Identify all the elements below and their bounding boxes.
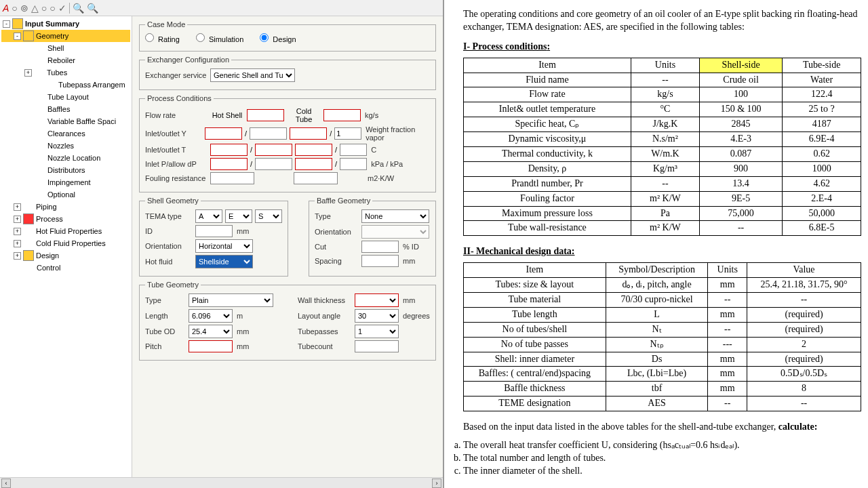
hot-fluid-select[interactable]: Shellside	[195, 255, 253, 268]
y-cold-in[interactable]	[290, 127, 327, 140]
tree-label: Tubes	[47, 68, 67, 77]
question-c: The inner diameter of the shell.	[463, 465, 861, 478]
baffle-geometry-group: Baffle Geometry Type None Orientation Cu…	[309, 197, 436, 277]
zoom-out-icon[interactable]: 🔍	[87, 3, 98, 14]
t-cold-out[interactable]	[340, 144, 367, 156]
radio-simulation[interactable]: Simulation	[196, 33, 243, 43]
tree-label: Design	[36, 251, 59, 260]
tree-item[interactable]: Reboiler	[1, 54, 130, 66]
shell-id-input[interactable]	[195, 225, 233, 237]
fouling-cold[interactable]	[294, 172, 338, 184]
expand-icon[interactable]: -	[3, 20, 10, 28]
tree-label: Reboiler	[47, 56, 75, 64]
tree-label: Baffles	[47, 105, 70, 113]
zoom-in-icon[interactable]: 🔍	[73, 3, 84, 14]
tree-label: Hot Fluid Properties	[36, 227, 102, 235]
tree-item[interactable]: Control	[1, 262, 130, 274]
flow-cold-input[interactable]	[323, 109, 361, 121]
orientation-select[interactable]: Horizontal	[195, 239, 253, 253]
tree-item[interactable]: +Piping	[1, 201, 130, 213]
mechanical-data-table: ItemSymbol/DescriptionUnitsValueTubes: s…	[463, 262, 861, 411]
tree-label: Tube Layout	[47, 93, 89, 101]
toolbar: A ○ ⊚ △ ○ ○ ✓ 🔍 🔍	[0, 0, 443, 16]
tree-icon	[23, 201, 34, 212]
tool-icon[interactable]: ○	[41, 3, 47, 14]
baffle-type-select[interactable]: None	[361, 209, 429, 223]
tool-icon[interactable]: ○	[12, 3, 17, 14]
t-cold-in[interactable]	[295, 144, 332, 156]
tree-item[interactable]: Tubepass Arrangem	[1, 79, 130, 91]
tree-item[interactable]: Clearances	[1, 127, 130, 140]
tree-item[interactable]: +Cold Fluid Properties	[1, 237, 130, 249]
tree-item[interactable]: -Geometry	[1, 30, 130, 42]
p-hot-in[interactable]	[210, 158, 248, 170]
t-hot-out[interactable]	[255, 144, 292, 156]
tree-icon	[12, 18, 23, 29]
tema-shell-select[interactable]: E	[225, 209, 252, 223]
y-cold-out[interactable]	[334, 127, 361, 140]
scroll-right-icon[interactable]: ›	[432, 479, 441, 488]
layout-angle-select[interactable]: 30	[355, 309, 399, 323]
y-hot-in[interactable]	[205, 127, 242, 140]
tree-item[interactable]: -Input Summary	[1, 18, 130, 30]
tubecount-input[interactable]	[355, 340, 399, 352]
p-hot-dp[interactable]	[255, 158, 292, 170]
exchanger-service-select[interactable]: Generic Shell and Tube	[210, 68, 295, 82]
tool-icon[interactable]: ✓	[58, 3, 66, 14]
intro-text: The operating conditions and core geomet…	[463, 8, 861, 34]
tree-item[interactable]: +Hot Fluid Properties	[1, 225, 130, 237]
tree-icon	[24, 262, 35, 273]
tema-front-select[interactable]: A	[195, 209, 222, 223]
radio-rating[interactable]: Rating	[145, 33, 180, 43]
expand-icon[interactable]: +	[14, 252, 21, 260]
tool-icon[interactable]: △	[31, 3, 39, 14]
tree-item[interactable]: Nozzles	[1, 140, 130, 152]
horizontal-scrollbar[interactable]: ‹ ›	[0, 477, 443, 488]
tool-icon[interactable]: ○	[50, 3, 55, 14]
tube-length-select[interactable]: 6.096	[189, 309, 233, 323]
expand-icon[interactable]: +	[14, 203, 21, 211]
p-cold-dp[interactable]	[340, 158, 367, 170]
expand-icon[interactable]: +	[14, 216, 21, 223]
p-cold-in[interactable]	[295, 158, 332, 170]
fouling-hot[interactable]	[210, 172, 254, 184]
tree-item[interactable]: Impingement	[1, 176, 130, 188]
tree-icon	[23, 238, 34, 249]
tubepasses-select[interactable]: 1	[355, 325, 399, 338]
tube-od-select[interactable]: 25.4	[189, 325, 233, 338]
tree-item[interactable]: +Design	[1, 249, 130, 262]
expand-icon[interactable]: -	[14, 33, 21, 40]
tree-icon	[23, 30, 34, 41]
tree-item[interactable]: Variable Baffle Spaci	[1, 115, 130, 127]
tree-item[interactable]: Optional	[1, 188, 130, 201]
tree-label: Variable Baffle Spaci	[47, 117, 116, 125]
tool-icon[interactable]: ⊚	[20, 3, 28, 14]
tree-view[interactable]: -Input Summary-GeometryShellReboiler+Tub…	[0, 16, 132, 477]
tree-item[interactable]: Shell	[1, 42, 130, 54]
tree-item[interactable]: Tube Layout	[1, 91, 130, 103]
expand-icon[interactable]: +	[14, 240, 21, 247]
tool-icon[interactable]: A	[3, 3, 9, 14]
tree-item[interactable]: Baffles	[1, 103, 130, 115]
tree-item[interactable]: +Tubes	[1, 66, 130, 79]
tree-item[interactable]: Nozzle Location	[1, 152, 130, 164]
tube-pitch-input[interactable]	[189, 340, 233, 352]
tree-icon	[23, 226, 34, 237]
tree-icon	[23, 214, 34, 224]
flow-hot-input[interactable]	[247, 109, 284, 121]
tree-item[interactable]: Distributors	[1, 164, 130, 176]
wall-thickness-select[interactable]	[355, 293, 399, 307]
tree-label: Shell	[47, 44, 64, 52]
tema-rear-select[interactable]: S	[255, 209, 282, 223]
t-hot-in[interactable]	[210, 144, 248, 156]
tree-label: Control	[37, 264, 60, 272]
radio-design[interactable]: Design	[260, 33, 296, 43]
question-a: The overall heat transfer coefficient U,…	[463, 439, 861, 452]
y-hot-out[interactable]	[250, 127, 287, 140]
scroll-left-icon[interactable]: ‹	[1, 479, 11, 488]
tree-icon	[23, 250, 34, 261]
tube-type-select[interactable]: Plain	[189, 293, 273, 307]
tree-item[interactable]: +Process	[1, 213, 130, 225]
expand-icon[interactable]: +	[24, 69, 32, 77]
expand-icon[interactable]: +	[14, 228, 21, 235]
